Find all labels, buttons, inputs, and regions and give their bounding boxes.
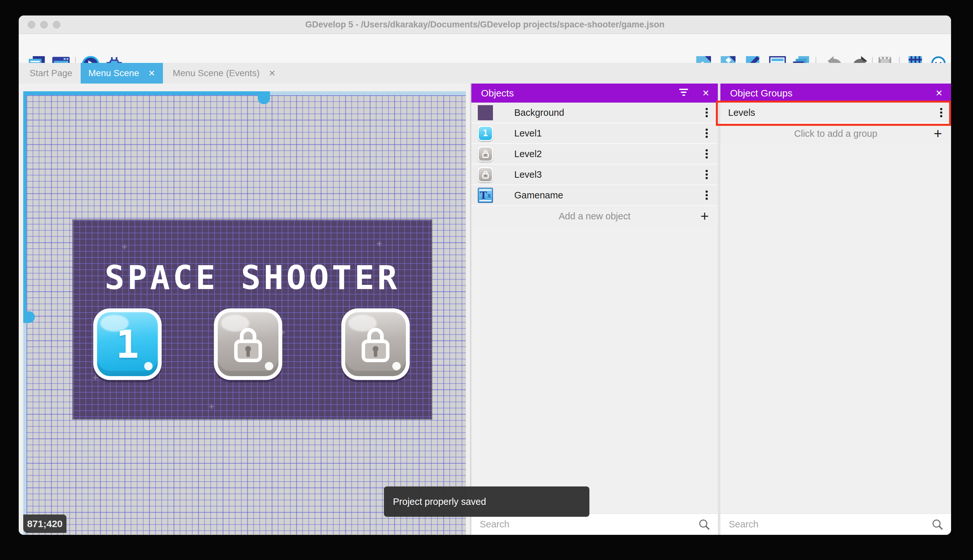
lock-icon [358,325,393,363]
level-1-button[interactable]: 1 [93,308,162,380]
objects-list: Background 1 Level1 Level2 [472,103,718,227]
objects-search-input[interactable] [472,514,668,535]
horizontal-scrollbar[interactable] [23,91,466,95]
tab-menu-scene-events[interactable]: Menu Scene (Events) ✕ [165,63,283,83]
object-label: Level3 [514,169,541,180]
cursor-coordinates-badge: 871;420 [23,515,67,533]
objects-panel: Objects ✕ Background 1 Level1 [472,83,718,535]
title-bar: GDevelop 5 - /Users/dkarakay/Documents/G… [19,15,951,34]
close-panel-icon[interactable]: ✕ [702,83,710,103]
star-sparkle: + [377,238,382,249]
toast-message: Project properly saved [393,497,486,507]
object-groups-panel: Object Groups ✕ Levels Click to add a gr… [720,83,951,535]
groups-search-row [720,513,951,535]
tab-start-page[interactable]: Start Page [25,63,77,83]
game-scene-background[interactable]: SPACE SHOOTER + + + + + + 1 [73,220,432,419]
object-groups-panel-header: Object Groups ✕ [720,83,951,103]
search-icon [698,519,710,532]
main-content: SPACE SHOOTER + + + + + + 1 [19,83,951,535]
scene-title-text: SPACE SHOOTER [73,258,432,297]
add-group-row[interactable]: Click to add a group + [720,123,951,144]
text-object-thumbnail: Tx [478,188,493,203]
canvas-grid[interactable]: SPACE SHOOTER + + + + + + 1 [27,95,466,535]
plus-icon[interactable]: + [934,127,942,141]
object-groups-panel-title: Object Groups [730,88,792,99]
lock-icon [231,325,265,363]
tab-label: Menu Scene (Events) [173,68,259,78]
groups-search-input[interactable] [720,514,905,535]
close-tab-icon[interactable]: ✕ [148,69,155,77]
group-menu-icon[interactable] [940,107,943,119]
level-1-label: 1 [116,322,139,367]
tab-menu-scene[interactable]: Menu Scene ✕ [81,63,163,83]
star-sparkle: + [122,241,127,252]
level1-thumbnail: 1 [478,126,493,141]
scrollbar-fill [23,91,264,95]
object-label: Level1 [514,128,541,139]
window-title: GDevelop 5 - /Users/dkarakay/Documents/G… [19,15,951,34]
tab-label: Start Page [30,68,72,78]
object-menu-icon[interactable] [706,148,708,160]
object-row-level3[interactable]: Level3 [472,165,718,185]
object-label: Gamename [514,190,563,201]
close-tab-icon[interactable]: ✕ [269,69,276,77]
scene-canvas[interactable]: SPACE SHOOTER + + + + + + 1 [19,83,472,535]
add-object-row[interactable]: Add a new object + [472,206,718,227]
star-sparkle: + [209,401,215,412]
toolbar: 1:1 [19,34,951,63]
object-row-level1[interactable]: 1 Level1 [472,123,718,144]
object-menu-icon[interactable] [706,107,708,119]
level-2-button-locked[interactable] [214,308,282,380]
gdevelop-window: GDevelop 5 - /Users/dkarakay/Documents/G… [19,15,951,535]
object-row-background[interactable]: Background [472,103,718,123]
add-object-label: Add a new object [559,211,630,222]
object-row-level2[interactable]: Level2 [472,144,718,165]
objects-panel-header: Objects ✕ [472,83,718,103]
panel-divider [718,83,720,535]
level-3-button-locked[interactable] [342,308,410,380]
background-thumbnail [478,105,493,120]
plus-icon[interactable]: + [700,209,709,223]
search-icon [932,519,943,532]
group-label: Levels [728,107,755,118]
level3-lock-thumbnail [478,167,493,182]
vertical-scrollbar[interactable] [23,91,27,535]
object-menu-icon[interactable] [706,127,708,139]
save-toast: Project properly saved [384,487,590,517]
object-label: Level2 [514,149,541,159]
tab-label: Menu Scene [88,68,139,78]
object-menu-icon[interactable] [706,189,708,201]
level2-lock-thumbnail [478,147,493,162]
scrollbar-handle[interactable] [23,311,35,323]
group-row-levels[interactable]: Levels [720,103,951,123]
object-groups-list: Levels Click to add a group + [720,103,951,144]
object-row-gamename[interactable]: Tx Gamename [472,185,718,206]
scrollbar-handle[interactable] [258,91,270,104]
objects-panel-title: Objects [481,88,514,99]
object-menu-icon[interactable] [706,169,708,181]
close-panel-icon[interactable]: ✕ [935,83,943,103]
object-label: Background [514,107,564,118]
add-group-label: Click to add a group [794,128,878,139]
scrollbar-fill [23,91,27,317]
filter-icon[interactable] [679,89,688,97]
tab-bar: Start Page Menu Scene ✕ Menu Scene (Even… [19,63,951,83]
